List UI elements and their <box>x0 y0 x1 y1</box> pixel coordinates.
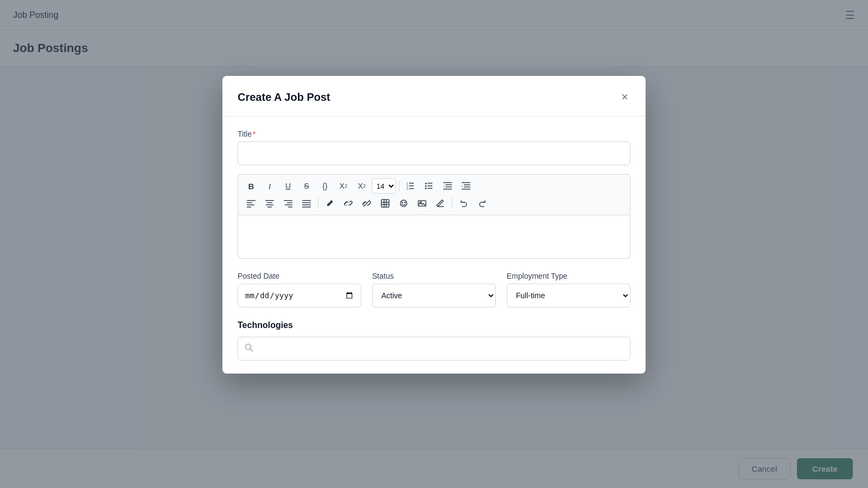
title-field-group: Title* <box>238 130 630 165</box>
svg-line-52 <box>251 349 253 352</box>
svg-rect-20 <box>462 189 470 190</box>
svg-rect-31 <box>287 202 292 203</box>
svg-rect-34 <box>302 200 311 201</box>
indent-increase-button[interactable] <box>457 178 475 194</box>
svg-rect-26 <box>265 200 274 201</box>
image-button[interactable] <box>413 195 431 211</box>
editor-content[interactable] <box>238 215 630 259</box>
svg-point-51 <box>246 344 251 350</box>
title-input[interactable] <box>238 142 630 165</box>
editor-toolbar: B I U S {} X2 X2 14 10 12 16 18 24 <box>238 174 630 215</box>
status-field-group: Status Active Inactive Draft <box>372 272 496 307</box>
svg-rect-40 <box>381 200 389 207</box>
svg-rect-37 <box>302 207 311 208</box>
svg-text:3.: 3. <box>406 187 409 190</box>
toolbar-divider-3 <box>452 198 452 209</box>
ordered-list-button[interactable]: 1. 2. 3. <box>402 178 419 194</box>
svg-rect-32 <box>285 204 292 206</box>
svg-rect-2 <box>409 188 414 189</box>
svg-marker-21 <box>462 185 463 187</box>
fields-row: Posted Date Status Active Inactive Draft… <box>238 272 630 307</box>
font-size-select[interactable]: 14 10 12 16 18 24 <box>372 178 396 194</box>
posted-date-field-group: Posted Date <box>238 272 361 307</box>
svg-rect-33 <box>288 207 292 208</box>
employment-type-select[interactable]: Full-time Part-time Contract Freelance <box>507 284 630 307</box>
svg-point-8 <box>425 185 427 187</box>
search-icon <box>245 343 253 354</box>
underline-button[interactable]: U <box>279 178 297 194</box>
pen-button[interactable] <box>321 195 339 211</box>
toolbar-divider-1 <box>399 181 399 191</box>
svg-line-39 <box>363 200 370 207</box>
svg-rect-12 <box>443 182 452 183</box>
svg-rect-35 <box>302 202 311 203</box>
svg-rect-17 <box>462 182 470 183</box>
svg-point-45 <box>400 200 407 207</box>
svg-rect-0 <box>409 183 414 184</box>
redo-button[interactable] <box>474 195 491 211</box>
title-label: Title* <box>238 130 630 138</box>
svg-rect-30 <box>284 200 292 201</box>
svg-rect-24 <box>247 204 254 206</box>
status-select[interactable]: Active Inactive Draft <box>372 284 496 307</box>
svg-point-46 <box>402 202 403 203</box>
svg-point-10 <box>425 188 427 189</box>
required-indicator: * <box>253 130 256 138</box>
superscript-button[interactable]: X2 <box>335 178 352 194</box>
svg-rect-29 <box>267 207 272 208</box>
align-left-button[interactable] <box>242 195 260 211</box>
svg-rect-19 <box>464 187 470 188</box>
svg-rect-18 <box>464 184 470 185</box>
undo-button[interactable] <box>455 195 473 211</box>
svg-rect-11 <box>427 188 432 189</box>
svg-rect-9 <box>427 185 432 187</box>
posted-date-input[interactable] <box>238 284 361 307</box>
technologies-input-wrapper[interactable] <box>238 337 630 361</box>
align-right-button[interactable] <box>279 195 297 211</box>
modal-overlay: Create A Job Post × Title* B I U S { <box>0 0 868 488</box>
code-button[interactable]: {} <box>316 178 334 194</box>
subscript-button[interactable]: X2 <box>353 178 371 194</box>
svg-rect-27 <box>267 202 272 203</box>
svg-rect-13 <box>445 184 452 185</box>
eraser-button[interactable] <box>432 195 449 211</box>
posted-date-label: Posted Date <box>238 272 361 280</box>
svg-rect-15 <box>443 189 452 190</box>
svg-rect-1 <box>409 185 414 187</box>
svg-marker-16 <box>443 185 444 187</box>
table-button[interactable] <box>376 195 394 211</box>
svg-rect-25 <box>247 207 251 208</box>
modal-body: Title* B I U S {} X2 X2 14 10 <box>222 117 646 374</box>
modal-header: Create A Job Post × <box>222 76 646 117</box>
svg-point-6 <box>425 183 427 184</box>
create-job-modal: Create A Job Post × Title* B I U S { <box>222 76 646 374</box>
bold-button[interactable]: B <box>242 178 260 194</box>
svg-rect-36 <box>302 204 311 206</box>
employment-type-label: Employment Type <box>507 272 630 280</box>
link-button[interactable] <box>340 195 357 211</box>
unlink-button[interactable] <box>358 195 375 211</box>
strikethrough-button[interactable]: S <box>298 178 315 194</box>
svg-point-47 <box>405 202 406 203</box>
align-justify-button[interactable] <box>298 195 315 211</box>
svg-rect-23 <box>247 202 252 203</box>
svg-rect-7 <box>427 183 432 184</box>
employment-type-field-group: Employment Type Full-time Part-time Cont… <box>507 272 630 307</box>
svg-rect-22 <box>247 200 256 201</box>
modal-title: Create A Job Post <box>238 91 330 104</box>
status-label: Status <box>372 272 496 280</box>
svg-rect-14 <box>445 187 452 188</box>
close-button[interactable]: × <box>619 89 630 105</box>
align-center-button[interactable] <box>261 195 278 211</box>
toolbar-divider-2 <box>318 198 318 209</box>
italic-button[interactable]: I <box>261 178 278 194</box>
toolbar-row-2 <box>242 195 626 211</box>
toolbar-row-1: B I U S {} X2 X2 14 10 12 16 18 24 <box>242 178 626 194</box>
svg-rect-28 <box>266 204 273 206</box>
indent-decrease-button[interactable] <box>439 178 456 194</box>
emoji-button[interactable] <box>395 195 412 211</box>
technologies-section-title: Technologies <box>238 320 630 330</box>
unordered-list-button[interactable] <box>420 178 438 194</box>
